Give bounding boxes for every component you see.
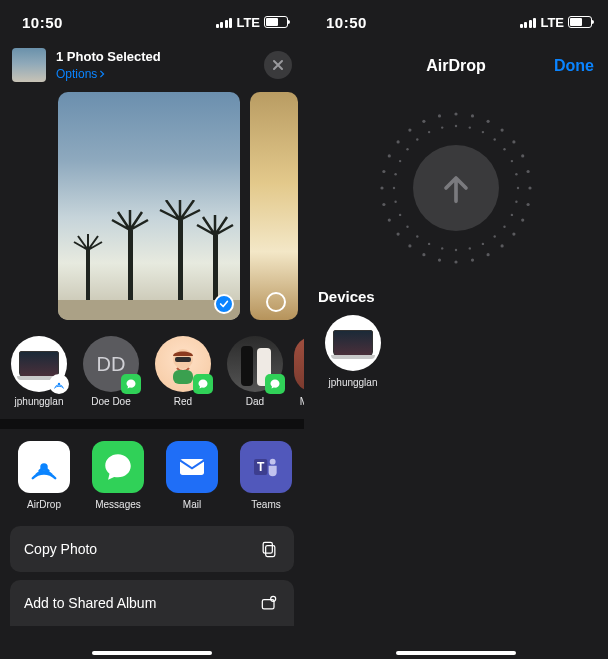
selected-check-icon — [214, 294, 234, 314]
svg-point-27 — [454, 260, 457, 263]
close-button[interactable] — [264, 51, 292, 79]
app-label: Teams — [251, 499, 280, 510]
svg-rect-16 — [266, 546, 275, 557]
svg-point-24 — [501, 244, 504, 247]
svg-point-35 — [382, 170, 385, 173]
contact-label: M — [294, 396, 304, 407]
svg-point-74 — [511, 160, 513, 162]
svg-point-30 — [408, 244, 411, 247]
contact-dad[interactable]: Dad — [222, 336, 288, 407]
svg-point-21 — [527, 203, 530, 206]
svg-point-39 — [422, 120, 425, 123]
done-button[interactable]: Done — [554, 57, 594, 75]
svg-point-25 — [487, 253, 490, 256]
contact-doe-doe[interactable]: DD Doe Doe — [78, 336, 144, 407]
macbook-icon — [333, 330, 373, 356]
svg-point-51 — [503, 226, 505, 228]
svg-point-20 — [528, 186, 531, 189]
messages-icon — [92, 441, 144, 493]
svg-point-31 — [397, 233, 400, 236]
messages-badge-icon — [121, 374, 141, 394]
signal-icon — [520, 16, 537, 28]
svg-point-63 — [394, 173, 396, 175]
macbook-icon — [19, 351, 59, 377]
app-row[interactable]: AirDrop Messages Mail T Teams — [0, 429, 304, 526]
svg-point-26 — [471, 259, 474, 262]
svg-point-46 — [521, 154, 524, 157]
svg-point-38 — [408, 129, 411, 132]
svg-point-61 — [394, 201, 396, 203]
home-indicator[interactable] — [396, 651, 516, 655]
svg-point-66 — [416, 138, 418, 140]
home-indicator[interactable] — [92, 651, 212, 655]
share-header: 1 Photo Selected Options — [0, 44, 304, 92]
contact-row[interactable]: jphungglan DD Doe Doe — [0, 336, 304, 419]
contact-jphungglan[interactable]: jphungglan — [6, 336, 72, 407]
options-button[interactable]: Options — [56, 67, 106, 81]
svg-point-70 — [469, 126, 471, 128]
photo-avatar — [227, 336, 283, 392]
shared-album-icon — [258, 592, 280, 614]
svg-point-40 — [438, 114, 441, 117]
svg-rect-17 — [263, 542, 272, 553]
airdrop-radar — [304, 88, 608, 288]
device-label: jphungglan — [318, 377, 388, 388]
svg-point-47 — [527, 170, 530, 173]
svg-point-34 — [380, 186, 383, 189]
actions-list: Copy Photo Add to Shared Album — [0, 526, 304, 626]
battery-icon — [264, 16, 288, 28]
app-teams[interactable]: T Teams — [236, 441, 296, 510]
svg-point-69 — [455, 125, 457, 127]
svg-point-41 — [454, 112, 457, 115]
action-add-shared-album[interactable]: Add to Shared Album — [10, 580, 294, 626]
contact-label: Red — [150, 396, 216, 407]
status-right: LTE — [520, 15, 592, 30]
app-label: Mail — [183, 499, 201, 510]
svg-point-64 — [399, 160, 401, 162]
device-jphungglan[interactable]: jphungglan — [318, 315, 388, 388]
teams-icon: T — [240, 441, 292, 493]
app-mail[interactable]: Mail — [162, 441, 222, 510]
svg-point-33 — [382, 203, 385, 206]
svg-rect-9 — [241, 346, 253, 386]
svg-point-42 — [471, 114, 474, 117]
app-messages[interactable]: Messages — [88, 441, 148, 510]
contact-more[interactable]: M — [294, 336, 304, 407]
selected-photo-thumb — [12, 48, 46, 82]
svg-point-49 — [515, 201, 517, 203]
svg-point-59 — [406, 226, 408, 228]
contact-red[interactable]: Red — [150, 336, 216, 407]
contact-label: Doe Doe — [78, 396, 144, 407]
preview-strip[interactable] — [0, 92, 304, 336]
svg-rect-4 — [58, 300, 240, 320]
app-label: Messages — [95, 499, 141, 510]
svg-point-36 — [388, 154, 391, 157]
photo-avatar — [294, 336, 304, 392]
svg-point-32 — [388, 219, 391, 222]
svg-point-28 — [438, 259, 441, 262]
airdrop-screen: 10:50 LTE AirDrop Done — [304, 0, 608, 659]
svg-point-67 — [428, 131, 430, 133]
svg-rect-8 — [173, 370, 193, 384]
messages-badge-icon — [265, 374, 285, 394]
action-copy-photo[interactable]: Copy Photo — [10, 526, 294, 572]
svg-rect-7 — [175, 357, 191, 362]
svg-point-53 — [482, 243, 484, 245]
svg-text:T: T — [257, 460, 265, 474]
svg-rect-12 — [180, 459, 204, 475]
status-time: 10:50 — [22, 14, 63, 31]
initials-avatar: DD — [83, 336, 139, 392]
preview-photo-2[interactable] — [250, 92, 298, 320]
svg-point-37 — [397, 140, 400, 143]
svg-point-65 — [406, 148, 408, 150]
action-label: Add to Shared Album — [24, 595, 156, 611]
page-title: AirDrop — [426, 57, 486, 75]
svg-point-57 — [428, 243, 430, 245]
app-label: AirDrop — [27, 499, 61, 510]
network-label: LTE — [236, 15, 260, 30]
preview-photo-1[interactable] — [58, 92, 240, 320]
status-time: 10:50 — [326, 14, 367, 31]
svg-point-50 — [511, 214, 513, 216]
app-airdrop[interactable]: AirDrop — [14, 441, 74, 510]
airdrop-icon — [18, 441, 70, 493]
